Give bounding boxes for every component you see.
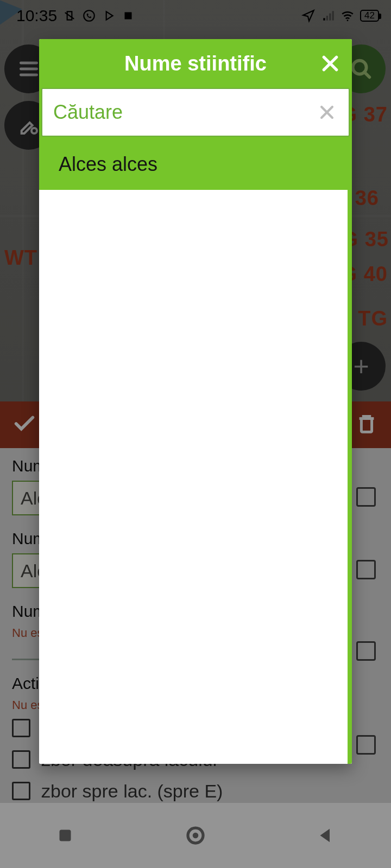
- selected-item[interactable]: Alces alces: [39, 139, 352, 190]
- modal-header: Nume stiintific: [39, 39, 352, 88]
- scientific-name-modal: Nume stiintific Alces alces: [39, 39, 352, 764]
- modal-close-button[interactable]: [318, 52, 342, 75]
- clear-search-button[interactable]: [316, 101, 338, 123]
- search-input[interactable]: [53, 101, 310, 124]
- results-list[interactable]: [39, 190, 352, 764]
- modal-search-field[interactable]: [41, 88, 350, 137]
- modal-title: Nume stiintific: [124, 52, 267, 75]
